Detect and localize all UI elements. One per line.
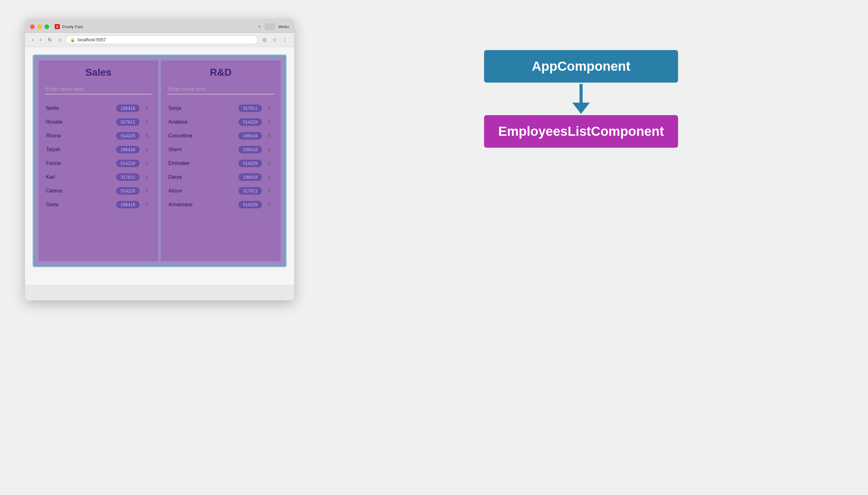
home-button[interactable]: ⌂ (56, 36, 63, 44)
employee-badge: 317811 (238, 187, 262, 194)
diagram-container: AppComponent EmployeesListComponent (319, 19, 843, 179)
employee-badge: 514229 (238, 159, 262, 167)
table-row: Sonja317811🗑 (167, 102, 274, 115)
employee-name: Talyah (46, 147, 116, 152)
employee-name: Analiese (168, 119, 238, 125)
sales-name-input[interactable] (45, 84, 152, 95)
refresh-button[interactable]: ↻ (46, 36, 54, 44)
table-row: Caresa514229🗑 (45, 185, 152, 197)
table-row: Talyah196418🗑 (45, 143, 152, 156)
employee-name: Concettina (168, 133, 238, 139)
table-row: Rhona514229🗑 (45, 130, 152, 142)
employee-badge: 317811 (238, 104, 262, 112)
arrow (572, 84, 590, 114)
table-row: Concettina196418🗑 (167, 130, 274, 142)
app-container: Sales Nettle196418🗑Rosalie317811🗑Rhona51… (33, 54, 287, 267)
forward-button[interactable]: › (38, 36, 43, 44)
rnd-panel: R&D Sonja317811🗑Analiese514229🗑Concettin… (161, 61, 281, 261)
employee-name: Rhona (46, 133, 116, 139)
delete-employee-button[interactable]: 🗑 (266, 174, 273, 181)
tab-bar: A Purely Fast × (55, 23, 275, 30)
menu-button[interactable]: ⋮ (280, 36, 289, 44)
employee-badge: 196418 (116, 146, 139, 153)
employee-badge: 317811 (116, 118, 139, 126)
employee-badge: 196418 (116, 104, 139, 112)
table-row: Alisun317811🗑 (167, 185, 274, 197)
back-button[interactable]: ‹ (30, 36, 35, 44)
browser-toolbar: ‹ › ↻ ⌂ 🔒 localhost:5557 ⊙ ☆ ⋮ (25, 33, 294, 47)
delete-employee-button[interactable]: 🗑 (143, 187, 151, 194)
table-row: Darya196418🗑 (167, 171, 274, 183)
delete-employee-button[interactable]: 🗑 (143, 174, 151, 181)
employees-component-label: EmployeesListComponent (498, 124, 664, 139)
delete-employee-button[interactable]: 🗑 (266, 119, 273, 125)
rnd-employees-list: Sonja317811🗑Analiese514229🗑Concettina196… (167, 102, 274, 211)
employee-name: Sherri (168, 147, 238, 152)
app-component-label: AppComponent (532, 59, 630, 73)
employee-badge: 196418 (238, 146, 262, 153)
table-row: Gerta196418🗑 (45, 199, 152, 211)
sales-panel: Sales Nettle196418🗑Rosalie317811🗑Rhona51… (38, 61, 158, 261)
employee-badge: 514229 (116, 159, 139, 167)
table-row: Kari317811🗑 (45, 171, 152, 183)
delete-employee-button[interactable]: 🗑 (143, 160, 151, 167)
delete-employee-button[interactable]: 🗑 (266, 132, 273, 139)
arrow-shaft (579, 84, 583, 103)
delete-employee-button[interactable]: 🗑 (266, 160, 273, 167)
browser-window: A Purely Fast × Minko ‹ › ↻ ⌂ 🔒 localhos… (25, 19, 294, 301)
address-bar[interactable]: 🔒 localhost:5557 (65, 35, 258, 44)
new-tab-button[interactable] (265, 23, 275, 30)
bookmark-button[interactable]: ☆ (270, 36, 278, 44)
delete-employee-button[interactable]: 🗑 (143, 201, 151, 208)
delete-employee-button[interactable]: 🗑 (266, 146, 273, 153)
cast-button[interactable]: ⊙ (261, 36, 269, 44)
toolbar-actions: ⊙ ☆ ⋮ (261, 36, 289, 44)
tab-close-button[interactable]: × (256, 23, 262, 30)
sales-title: Sales (45, 67, 152, 78)
traffic-lights (30, 24, 49, 29)
rnd-name-input[interactable] (167, 84, 274, 95)
delete-employee-button[interactable]: 🗑 (143, 132, 151, 139)
app-component-box: AppComponent (484, 50, 678, 83)
arrow-head (572, 103, 590, 114)
lock-icon: 🔒 (70, 37, 75, 42)
delete-employee-button[interactable]: 🗑 (143, 105, 151, 112)
employee-name: Kari (46, 174, 116, 180)
delete-employee-button[interactable]: 🗑 (143, 146, 151, 153)
maximize-button[interactable] (45, 24, 49, 29)
user-label: Minko (278, 24, 289, 29)
employee-badge: 196418 (116, 201, 139, 208)
table-row: Fancie514229🗑 (45, 157, 152, 170)
table-row: Emmalee514229🗑 (167, 157, 274, 170)
delete-employee-button[interactable]: 🗑 (266, 187, 273, 194)
employee-badge: 514229 (116, 187, 139, 194)
minimize-button[interactable] (37, 24, 42, 29)
tab-label[interactable]: Purely Fast (62, 24, 83, 29)
close-button[interactable] (30, 24, 35, 29)
sales-employees-list: Nettle196418🗑Rosalie317811🗑Rhona514229🗑T… (45, 102, 152, 211)
employees-component-box: EmployeesListComponent (484, 115, 678, 148)
employee-name: Rosalie (46, 119, 116, 125)
table-row: Nettle196418🗑 (45, 102, 152, 115)
browser-titlebar: A Purely Fast × Minko (25, 19, 294, 33)
employee-name: Nettle (46, 105, 116, 111)
employee-name: Annamarie (168, 202, 238, 207)
rnd-title: R&D (167, 67, 274, 78)
employee-badge: 514229 (116, 132, 139, 139)
table-row: Analiese514229🗑 (167, 116, 274, 128)
angular-icon: A (55, 24, 60, 29)
employee-name: Fancie (46, 160, 116, 166)
employee-badge: 196418 (238, 173, 262, 181)
employee-name: Emmalee (168, 160, 238, 166)
table-row: Rosalie317811🗑 (45, 116, 152, 128)
employee-badge: 514229 (238, 201, 262, 208)
delete-employee-button[interactable]: 🗑 (266, 105, 273, 112)
employee-name: Darya (168, 174, 238, 180)
employee-name: Caresa (46, 188, 116, 194)
employee-badge: 317811 (116, 173, 139, 181)
delete-employee-button[interactable]: 🗑 (143, 119, 151, 125)
delete-employee-button[interactable]: 🗑 (266, 201, 273, 208)
employee-name: Alisun (168, 188, 238, 194)
table-row: Annamarie514229🗑 (167, 199, 274, 211)
employee-badge: 514229 (238, 118, 262, 126)
